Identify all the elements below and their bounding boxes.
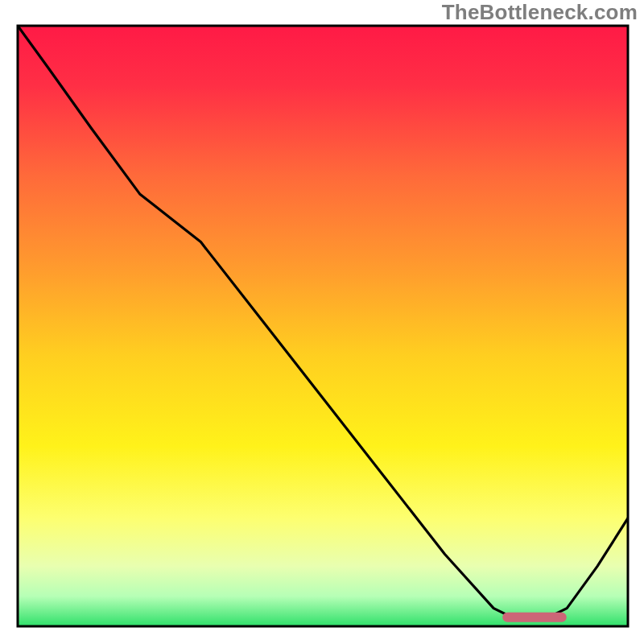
chart-stage: TheBottleneck.com (0, 0, 644, 644)
watermark-text: TheBottleneck.com (442, 0, 638, 25)
bottleneck-chart (0, 0, 644, 644)
optimal-marker (502, 613, 567, 622)
plot-background (18, 26, 628, 626)
